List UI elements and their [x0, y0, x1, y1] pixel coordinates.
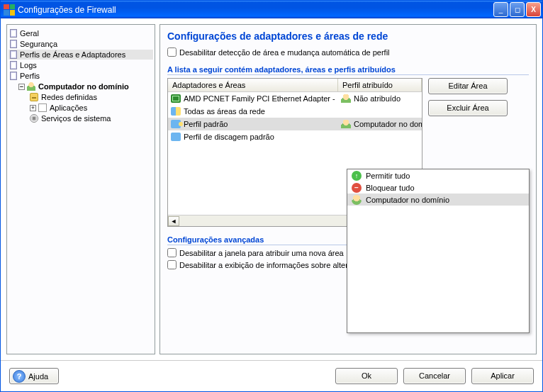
apply-button[interactable]: Aplicar [471, 368, 534, 384]
tree-label: Serviços de sistema [41, 114, 111, 123]
area-icon [30, 93, 38, 101]
content-area: Geral Segurança Perfis de Áreas e Adapta… [1, 18, 542, 360]
tree-label: Computador no domínio [38, 82, 129, 91]
popup-item-permitir[interactable]: ↑ Permitir tudo [347, 169, 529, 181]
app-icon [4, 4, 15, 16]
cell-text: Perfil padrão [184, 120, 228, 128]
table-row[interactable]: Todas as áreas da rede [168, 105, 422, 118]
page-icon [10, 29, 17, 38]
minimize-button[interactable]: _ [493, 2, 508, 17]
tree-label: Perfis de Áreas e Adaptadores [20, 50, 125, 59]
cell-text: Perfil de discagem padrão [184, 133, 274, 141]
tree-label: Geral [20, 29, 39, 38]
column-profile[interactable]: Perfil atribuído [338, 79, 422, 91]
window-body: Geral Segurança Perfis de Áreas e Adapta… [1, 18, 542, 391]
all-areas-icon [171, 107, 181, 116]
checkbox-label: Desabilitar a janela para atribuir uma n… [179, 249, 344, 257]
tree-label: Aplicações [50, 103, 87, 112]
sidebar-item-servicos[interactable]: Serviços de sistema [9, 113, 153, 123]
sidebar-item-geral[interactable]: Geral [9, 28, 153, 38]
profile-icon [171, 120, 181, 128]
maximize-button[interactable]: ◻ [510, 2, 525, 17]
user-icon [341, 94, 351, 103]
user-icon [27, 82, 35, 91]
cell-text: AMD PCNET Family PCI Ethernet Adapter - … [184, 94, 338, 103]
column-adapters[interactable]: Adaptadores e Áreas [168, 79, 338, 91]
sidebar-item-logs[interactable]: Logs [9, 60, 153, 70]
table-row[interactable]: Perfil padrão Computador no domínio [168, 118, 422, 130]
table-row[interactable]: AMD PCNET Family PCI Ethernet Adapter - … [168, 92, 422, 105]
profile-dropdown-popup[interactable]: ↑ Permitir tudo − Bloquear tudo Computad… [347, 169, 530, 333]
cell-text: Não atribuído [354, 94, 401, 103]
app-icon-small [38, 103, 47, 112]
listview-header[interactable]: Adaptadores e Áreas Perfil atribuído [168, 79, 422, 92]
list-intro-label: A lista a seguir contém adaptadores, áre… [167, 65, 529, 75]
popup-item-bloquear[interactable]: − Bloquear tudo [347, 181, 529, 194]
disable-detection-checkbox[interactable]: Desabilitar detecção de área e mudança a… [167, 47, 529, 57]
checkbox-label: Desabilitar a exibição de informações so… [179, 261, 352, 269]
cell-text: Computador no domínio [354, 120, 422, 128]
disable-detection-input[interactable] [167, 47, 177, 57]
table-row[interactable]: Perfil de discagem padrão [168, 130, 422, 143]
sidebar-item-aplicacoes[interactable]: + Aplicações [9, 103, 153, 113]
delete-area-button[interactable]: Excluir Área [428, 100, 508, 116]
network-adapter-icon [171, 94, 181, 103]
sidebar-tree[interactable]: Geral Segurança Perfis de Áreas e Adapta… [6, 24, 155, 354]
popup-item-computador-dominio[interactable]: Computador no domínio [347, 194, 529, 206]
footer-bar: ? Ajuda Ok Cancelar Aplicar [1, 360, 542, 391]
gear-icon [30, 114, 38, 123]
popup-label: Bloquear tudo [366, 184, 415, 192]
disable-detection-label: Desabilitar detecção de área e mudança a… [179, 48, 390, 57]
allow-icon: ↑ [352, 171, 362, 181]
tree-label: Redes definidas [41, 93, 97, 101]
block-icon: − [352, 183, 362, 193]
cancel-button[interactable]: Cancelar [403, 368, 466, 384]
firewall-settings-window: Configurações de Firewall _ ◻ X Geral Se… [0, 0, 543, 392]
dialup-profile-icon [171, 133, 181, 141]
close-button[interactable]: X [526, 2, 541, 17]
disable-info-display-input[interactable] [167, 260, 177, 269]
page-icon [10, 50, 17, 59]
tree-label: Perfis [20, 72, 40, 80]
tree-label: Logs [20, 61, 37, 69]
titlebar[interactable]: Configurações de Firewall _ ◻ X [1, 1, 542, 18]
page-icon [10, 40, 17, 48]
sidebar-item-computador-dominio[interactable]: − Computador no domínio [9, 82, 153, 91]
expand-icon[interactable]: + [30, 105, 36, 111]
page-icon [10, 72, 17, 80]
sidebar-item-perfis-areas[interactable]: Perfis de Áreas e Adaptadores [9, 50, 153, 60]
tree-label: Segurança [20, 40, 57, 48]
help-button[interactable]: ? Ajuda [9, 368, 59, 384]
sidebar-item-perfis[interactable]: Perfis [9, 71, 153, 81]
sidebar-item-seguranca[interactable]: Segurança [9, 39, 153, 49]
page-title: Configurações de adaptadores e áreas de … [167, 30, 529, 42]
ok-button[interactable]: Ok [335, 368, 398, 384]
sidebar-item-redes[interactable]: Redes definidas [9, 92, 153, 102]
page-icon [10, 61, 17, 69]
user-icon [352, 195, 362, 205]
help-label: Ajuda [28, 372, 48, 381]
user-icon [341, 120, 351, 128]
scroll-left-button[interactable]: ◄ [168, 216, 179, 226]
popup-label: Computador no domínio [366, 196, 449, 204]
disable-assign-window-input[interactable] [167, 248, 177, 257]
help-icon: ? [13, 370, 26, 383]
edit-area-button[interactable]: Editar Área [428, 78, 508, 94]
collapse-icon[interactable]: − [18, 84, 25, 90]
cell-text: Todas as áreas da rede [184, 107, 265, 116]
popup-label: Permitir tudo [366, 172, 410, 180]
window-title: Configurações de Firewall [18, 5, 492, 15]
